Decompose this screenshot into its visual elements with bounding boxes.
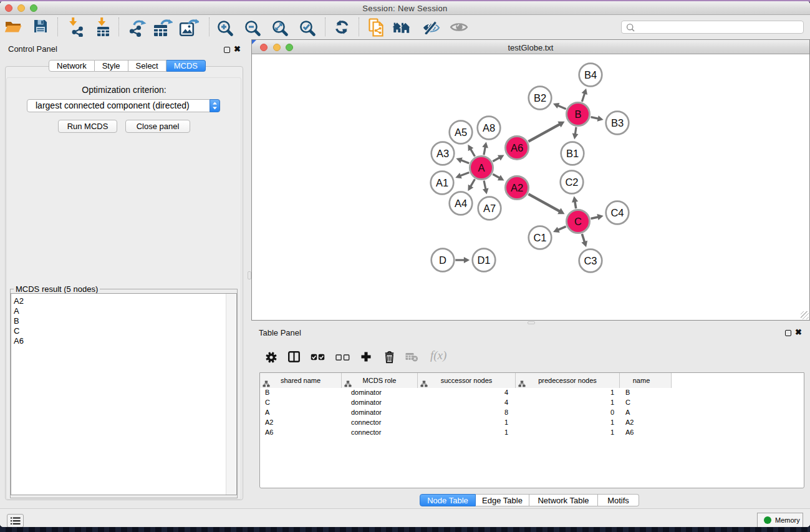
svg-text:A7: A7 <box>483 203 496 214</box>
svg-text:A5: A5 <box>455 127 467 138</box>
svg-text:A6: A6 <box>511 142 523 153</box>
svg-text:A8: A8 <box>483 122 495 133</box>
svg-text:A: A <box>478 162 485 173</box>
svg-text:B3: B3 <box>611 117 624 128</box>
svg-text:B4: B4 <box>584 69 597 80</box>
svg-text:A2: A2 <box>511 182 523 193</box>
svg-text:C3: C3 <box>584 255 597 266</box>
svg-text:C1: C1 <box>533 232 546 243</box>
svg-text:C2: C2 <box>565 177 578 188</box>
svg-text:D1: D1 <box>477 254 490 266</box>
svg-text:A4: A4 <box>455 198 467 209</box>
svg-text:C: C <box>574 216 582 227</box>
svg-text:C4: C4 <box>610 207 624 218</box>
svg-text:A1: A1 <box>436 177 448 188</box>
svg-text:B1: B1 <box>566 148 579 159</box>
svg-text:B: B <box>574 109 581 120</box>
svg-text:A3: A3 <box>436 148 449 159</box>
svg-text:D: D <box>439 254 446 266</box>
svg-text:B2: B2 <box>534 92 546 104</box>
